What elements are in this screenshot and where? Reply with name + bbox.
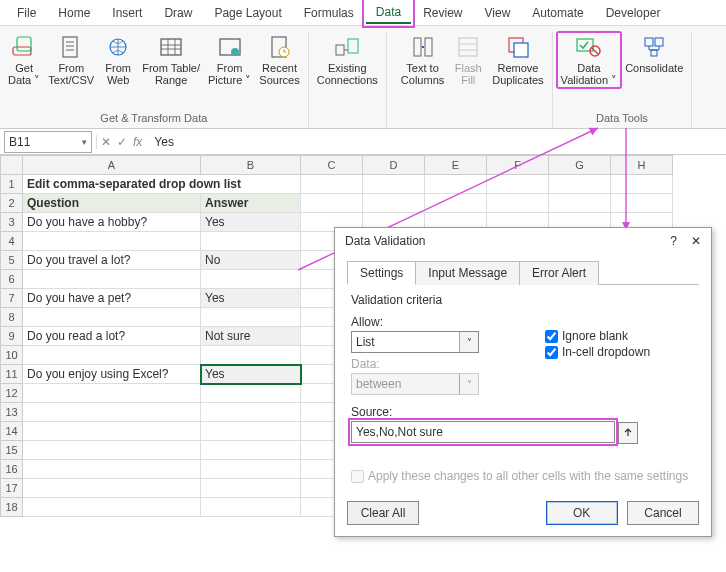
recent-sources-button[interactable]: Recent Sources	[255, 32, 303, 88]
column-header-F[interactable]: F	[487, 156, 549, 175]
cell-B13[interactable]	[201, 403, 301, 422]
row-header-9[interactable]: 9	[1, 327, 23, 346]
tab-file[interactable]: File	[7, 2, 46, 23]
tab-home[interactable]: Home	[48, 2, 100, 23]
row-header-3[interactable]: 3	[1, 213, 23, 232]
cell-A18[interactable]	[23, 498, 201, 517]
cell-G2[interactable]	[549, 194, 611, 213]
from-web-button[interactable]: From Web	[98, 32, 138, 88]
column-header-H[interactable]: H	[611, 156, 673, 175]
row-header-16[interactable]: 16	[1, 460, 23, 479]
cell-B11[interactable]: Yes▼	[201, 365, 301, 384]
cell-B5[interactable]: No	[201, 251, 301, 270]
column-header-B[interactable]: B	[201, 156, 301, 175]
in-cell-dropdown-checkbox[interactable]: In-cell dropdown	[545, 345, 695, 359]
row-header-15[interactable]: 15	[1, 441, 23, 460]
row-header-10[interactable]: 10	[1, 346, 23, 365]
cell-C1[interactable]	[301, 175, 363, 194]
row-header-11[interactable]: 11	[1, 365, 23, 384]
cell-F1[interactable]	[487, 175, 549, 194]
allow-combobox[interactable]: List	[351, 331, 479, 353]
row-header-13[interactable]: 13	[1, 403, 23, 422]
formula-input[interactable]: Yes	[146, 131, 726, 153]
tab-view[interactable]: View	[475, 2, 521, 23]
cell-A3[interactable]: Do you have a hobby?	[23, 213, 201, 232]
tab-draw[interactable]: Draw	[154, 2, 202, 23]
cell-B17[interactable]	[201, 479, 301, 498]
row-header-5[interactable]: 5	[1, 251, 23, 270]
cell-B8[interactable]	[201, 308, 301, 327]
ignore-blank-check[interactable]	[545, 330, 558, 343]
ok-button[interactable]: OK	[546, 501, 618, 525]
cell-B9[interactable]: Not sure	[201, 327, 301, 346]
cell-A5[interactable]: Do you travel a lot?	[23, 251, 201, 270]
cell-E1[interactable]	[425, 175, 487, 194]
accept-fx-icon[interactable]: ✓	[117, 135, 127, 149]
row-header-7[interactable]: 7	[1, 289, 23, 308]
existing-connections-button[interactable]: Existing Connections	[313, 32, 382, 88]
source-input[interactable]: Yes,No,Not sure	[351, 421, 615, 443]
column-header-E[interactable]: E	[425, 156, 487, 175]
cell-A1[interactable]: Edit comma-separated drop down list	[23, 175, 301, 194]
cell-A17[interactable]	[23, 479, 201, 498]
cell-E2[interactable]	[425, 194, 487, 213]
tab-error-alert[interactable]: Error Alert	[519, 261, 599, 285]
tab-review[interactable]: Review	[413, 2, 472, 23]
cell-A7[interactable]: Do you have a pet?	[23, 289, 201, 308]
data-validation-button[interactable]: Data Validation ˅	[557, 32, 622, 88]
clear-all-button[interactable]: Clear All	[347, 501, 419, 525]
remove-duplicates-button[interactable]: Remove Duplicates	[488, 32, 547, 88]
cell-D1[interactable]	[363, 175, 425, 194]
cell-B12[interactable]	[201, 384, 301, 403]
cell-A13[interactable]	[23, 403, 201, 422]
dialog-titlebar[interactable]: Data Validation ? ✕	[335, 228, 711, 252]
row-header-6[interactable]: 6	[1, 270, 23, 289]
cell-A2[interactable]: Question	[23, 194, 201, 213]
cell-B2[interactable]: Answer	[201, 194, 301, 213]
cell-G1[interactable]	[549, 175, 611, 194]
cell-C2[interactable]	[301, 194, 363, 213]
cell-B14[interactable]	[201, 422, 301, 441]
row-header-12[interactable]: 12	[1, 384, 23, 403]
row-header-2[interactable]: 2	[1, 194, 23, 213]
cell-B7[interactable]: Yes	[201, 289, 301, 308]
cell-A16[interactable]	[23, 460, 201, 479]
cancel-button[interactable]: Cancel	[627, 501, 699, 525]
from-table-range-button[interactable]: From Table/ Range	[138, 32, 204, 88]
cell-B6[interactable]	[201, 270, 301, 289]
tab-page-layout[interactable]: Page Layout	[204, 2, 291, 23]
cell-A8[interactable]	[23, 308, 201, 327]
row-header-4[interactable]: 4	[1, 232, 23, 251]
cell-A12[interactable]	[23, 384, 201, 403]
cell-A15[interactable]	[23, 441, 201, 460]
row-header-8[interactable]: 8	[1, 308, 23, 327]
cell-B4[interactable]	[201, 232, 301, 251]
name-box[interactable]: B11	[4, 131, 92, 153]
cell-B18[interactable]	[201, 498, 301, 517]
dialog-close-button[interactable]: ✕	[691, 234, 701, 248]
from-text-csv-button[interactable]: From Text/CSV	[44, 32, 98, 88]
cell-H2[interactable]	[611, 194, 673, 213]
tab-automate[interactable]: Automate	[522, 2, 593, 23]
flash-fill-button[interactable]: Flash Fill	[448, 32, 488, 88]
apply-all-checkbox[interactable]: Apply these changes to all other cells w…	[351, 469, 695, 483]
row-header-1[interactable]: 1	[1, 175, 23, 194]
column-header-G[interactable]: G	[549, 156, 611, 175]
tab-insert[interactable]: Insert	[102, 2, 152, 23]
column-header-C[interactable]: C	[301, 156, 363, 175]
cell-H1[interactable]	[611, 175, 673, 194]
text-to-columns-button[interactable]: Text to Columns	[397, 32, 448, 88]
row-header-14[interactable]: 14	[1, 422, 23, 441]
from-picture-button[interactable]: From Picture ˅	[204, 32, 255, 88]
in-cell-dropdown-check[interactable]	[545, 346, 558, 359]
column-header-A[interactable]: A	[23, 156, 201, 175]
dialog-help-button[interactable]: ?	[670, 234, 677, 248]
row-header-17[interactable]: 17	[1, 479, 23, 498]
consolidate-button[interactable]: Consolidate	[621, 32, 687, 76]
get-data-button[interactable]: Get Data ˅	[4, 32, 44, 88]
cell-A10[interactable]	[23, 346, 201, 365]
fx-icon[interactable]: fx	[133, 135, 142, 149]
cell-B15[interactable]	[201, 441, 301, 460]
cell-B16[interactable]	[201, 460, 301, 479]
ignore-blank-checkbox[interactable]: Ignore blank	[545, 329, 695, 343]
